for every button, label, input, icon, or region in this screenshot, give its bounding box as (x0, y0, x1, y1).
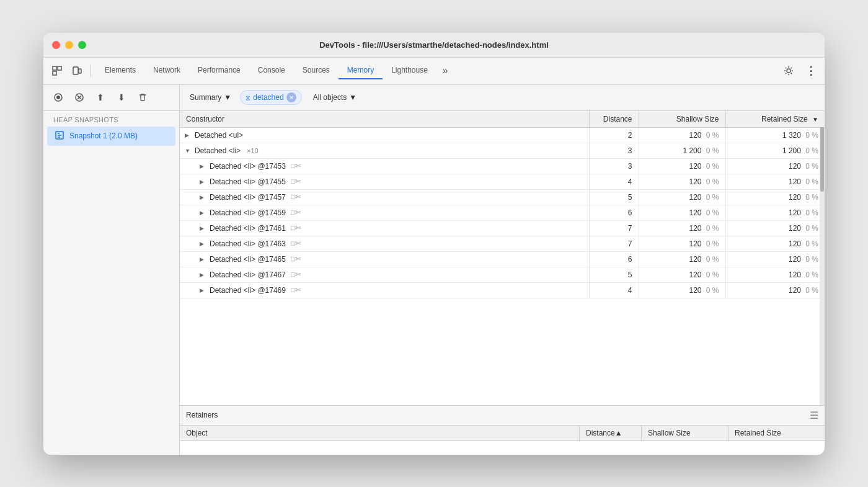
stop-button[interactable] (71, 89, 88, 106)
node-action-icons[interactable]: □✄ (291, 224, 301, 232)
close-button[interactable] (52, 41, 60, 49)
shallow-pct: 0 % (706, 208, 719, 217)
expand-arrow-icon[interactable]: ▶ (200, 272, 207, 278)
tab-elements[interactable]: Elements (96, 62, 144, 79)
save-button[interactable]: ⬇ (113, 89, 130, 106)
sort-desc-icon: ▼ (812, 116, 818, 123)
filter-label: detached (253, 93, 283, 102)
table-row[interactable]: ▶Detached <li> @17467 □✄5120 0 %120 0 % (180, 267, 825, 282)
distance-cell: 5 (589, 189, 639, 205)
maximize-button[interactable] (78, 41, 86, 49)
retained-pct: 0 % (805, 270, 818, 279)
tab-lighthouse[interactable]: Lighthouse (383, 62, 436, 79)
distance-cell: 3 (589, 158, 639, 174)
expand-arrow-icon[interactable]: ▶ (200, 163, 207, 169)
distance-cell: 7 (589, 236, 639, 251)
distance-cell: 6 (589, 251, 639, 267)
table-row[interactable]: ▶Detached <li> @17463 □✄7120 0 %120 0 % (180, 236, 825, 251)
tab-memory[interactable]: Memory (339, 62, 383, 79)
summary-dropdown[interactable]: Summary ▼ (185, 91, 236, 104)
constructor-label: Detached <li> @17459 (210, 208, 286, 217)
table-row[interactable]: ▶Detached <li> @17453 □✄3120 0 %120 0 % (180, 158, 825, 174)
table-row[interactable]: ▶Detached <li> @17461 □✄7120 0 %120 0 % (180, 220, 825, 236)
all-objects-dropdown[interactable]: All objects ▼ (308, 91, 362, 104)
node-action-icons[interactable]: □✄ (291, 239, 301, 248)
retainers-col-distance[interactable]: Distance▲ (580, 426, 642, 440)
svg-rect-0 (53, 66, 56, 70)
clear-button[interactable] (134, 89, 151, 106)
col-shallow[interactable]: Shallow Size (639, 111, 725, 128)
tab-sources[interactable]: Sources (294, 62, 339, 79)
expand-arrow-icon[interactable]: ▶ (200, 225, 207, 231)
node-action-icons[interactable]: □✄ (291, 177, 301, 185)
multiplier-label: ×10 (247, 147, 259, 154)
heap-table: Constructor Distance Shallow Size Retain… (180, 111, 825, 298)
main-area: ⬆ ⬇ Heap snapshots Snapshot 1 (2.0 MB) (43, 85, 825, 455)
shallow-pct: 0 % (706, 177, 719, 186)
tab-network[interactable]: Network (144, 62, 189, 79)
svg-point-5 (787, 69, 790, 73)
scrollbar-thumb[interactable] (820, 117, 824, 192)
sidebar-actions: ⬆ ⬇ (43, 85, 179, 111)
retained-size-cell: 120 0 % (725, 267, 825, 282)
node-action-icons[interactable]: □✄ (291, 193, 301, 201)
node-action-icons[interactable]: □✄ (291, 286, 301, 294)
retainers-panel: Retainers ☰ Object Distance▲ Shallow Siz… (180, 405, 825, 455)
minimize-button[interactable] (65, 41, 73, 49)
record-heap-button[interactable] (50, 89, 67, 106)
expand-arrow-icon[interactable]: ▶ (200, 287, 207, 293)
expand-arrow-icon[interactable]: ▶ (200, 210, 207, 216)
constructor-label: Detached <ul> (195, 131, 243, 140)
content-panel: Summary ▼ ⧖ detached ✕ All objects ▼ (180, 85, 825, 455)
table-row[interactable]: ▶Detached <li> @17469 □✄4120 0 %120 0 % (180, 282, 825, 298)
distance-cell: 5 (589, 267, 639, 282)
expand-arrow-icon[interactable]: ▶ (200, 241, 207, 247)
filter-close-button[interactable]: ✕ (286, 92, 296, 102)
node-action-icons[interactable]: □✄ (291, 255, 301, 263)
tab-console[interactable]: Console (249, 62, 294, 79)
expand-arrow-icon[interactable]: ▼ (185, 148, 192, 154)
distance-cell: 4 (589, 174, 639, 189)
content-toolbar: Summary ▼ ⧖ detached ✕ All objects ▼ (180, 85, 825, 111)
snapshot-item[interactable]: Snapshot 1 (2.0 MB) (47, 127, 175, 146)
constructor-label: Detached <li> @17467 (210, 270, 286, 279)
node-action-icons[interactable]: □✄ (291, 270, 301, 279)
expand-arrow-icon[interactable]: ▶ (185, 132, 192, 138)
retainers-col-object[interactable]: Object (180, 426, 580, 440)
device-icon[interactable] (68, 62, 86, 79)
shallow-pct: 0 % (706, 146, 719, 155)
col-distance[interactable]: Distance (589, 111, 639, 128)
tab-performance[interactable]: Performance (189, 62, 249, 79)
constructor-label: Detached <li> @17457 (210, 193, 286, 202)
constructor-label: Detached <li> @17469 (210, 286, 286, 295)
expand-arrow-icon[interactable]: ▶ (200, 194, 207, 200)
inspect-icon[interactable] (48, 62, 66, 79)
table-row[interactable]: ▶Detached <ul>2120 0 %1 320 0 % (180, 127, 825, 143)
dropdown-arrow-icon: ▼ (224, 93, 231, 102)
col-constructor[interactable]: Constructor (180, 111, 589, 128)
retainers-menu-icon[interactable]: ☰ (810, 409, 818, 421)
table-row[interactable]: ▶Detached <li> @17465 □✄6120 0 %120 0 % (180, 251, 825, 267)
table-row[interactable]: ▼Detached <li>×1031 200 0 %1 200 0 % (180, 143, 825, 158)
more-tabs-button[interactable]: » (436, 62, 454, 79)
titlebar: DevTools - file:///Users/stmarthe/detach… (43, 33, 825, 58)
sidebar: ⬆ ⬇ Heap snapshots Snapshot 1 (2.0 MB) (43, 85, 180, 455)
expand-arrow-icon[interactable]: ▶ (200, 179, 207, 185)
shallow-size-cell: 120 0 % (639, 189, 725, 205)
more-options-button[interactable]: ⋮ (802, 62, 820, 79)
retainers-col-retained[interactable]: Retained Size (728, 426, 825, 440)
col-retained[interactable]: Retained Size ▼ (725, 111, 825, 128)
settings-button[interactable] (780, 62, 797, 79)
table-row[interactable]: ▶Detached <li> @17457 □✄5120 0 %120 0 % (180, 189, 825, 205)
table-row[interactable]: ▶Detached <li> @17459 □✄6120 0 %120 0 % (180, 205, 825, 220)
shallow-size-cell: 120 0 % (639, 251, 725, 267)
retained-pct: 0 % (805, 193, 818, 202)
load-button[interactable]: ⬆ (92, 89, 109, 106)
node-action-icons[interactable]: □✄ (291, 162, 301, 170)
retainers-col-shallow[interactable]: Shallow Size (642, 426, 728, 440)
scrollbar-track[interactable] (820, 111, 825, 405)
shallow-size-cell: 120 0 % (639, 205, 725, 220)
expand-arrow-icon[interactable]: ▶ (200, 256, 207, 262)
table-row[interactable]: ▶Detached <li> @17455 □✄4120 0 %120 0 % (180, 174, 825, 189)
node-action-icons[interactable]: □✄ (291, 208, 301, 217)
